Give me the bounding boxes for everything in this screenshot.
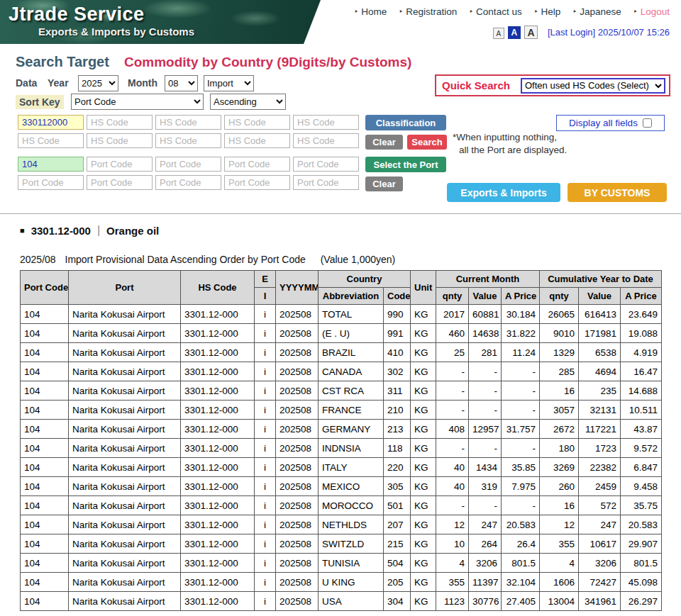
cell-cm-a-price: 31.757 <box>502 420 540 439</box>
cell-port-code: 104 <box>21 305 69 324</box>
cell-yyyymm: 202508 <box>276 592 319 611</box>
cell-hs-code: 3301.12-000 <box>181 458 255 477</box>
cell-cm-a-price: 31.822 <box>502 324 540 343</box>
cell-cm-a-price: 11.24 <box>502 343 540 362</box>
port-code-input[interactable] <box>293 157 359 172</box>
logo-title: Jtrade Service <box>9 4 321 25</box>
cell-port: Narita Kokusai Airport <box>69 496 181 515</box>
cell-cm-value: - <box>469 439 502 458</box>
cell-hs-code: 3301.12-000 <box>181 343 255 362</box>
font-size-medium-button[interactable]: A <box>508 26 521 39</box>
port-code-input[interactable] <box>293 175 359 190</box>
col-header-unit: Unit <box>411 271 436 305</box>
hs-code-input[interactable] <box>224 115 290 130</box>
col-header-country: Country <box>319 271 411 288</box>
bullet-icon: ‣ <box>469 9 473 16</box>
display-all-fields-label: Display all fields <box>569 118 638 128</box>
port-code-input[interactable] <box>18 157 84 172</box>
hs-code-input[interactable] <box>224 133 290 148</box>
port-code-input[interactable] <box>87 157 153 172</box>
cell-hs-code: 3301.12-000 <box>181 305 255 324</box>
year-select[interactable]: 2025 <box>78 75 118 91</box>
port-code-input[interactable] <box>224 157 290 172</box>
sort-order-select[interactable]: Ascending <box>210 94 286 110</box>
cell-ytd-qnty: 1606 <box>540 573 579 592</box>
quick-search-select[interactable]: Often used HS Codes (Select) <box>521 78 665 94</box>
col-header-cm-a-price: A Price <box>502 288 540 305</box>
port-code-row <box>18 157 359 172</box>
table-row: 104Narita Kokusai Airport3301.12-000i202… <box>21 420 662 439</box>
cell-port: Narita Kokusai Airport <box>69 439 181 458</box>
port-code-input[interactable] <box>18 175 84 190</box>
clear-hs-button[interactable]: Clear <box>365 135 403 150</box>
cell-port-code: 104 <box>21 496 69 515</box>
nav-home[interactable]: ‣Home <box>354 6 387 17</box>
results-table: Port Code Port HS Code E YYYYMM Country … <box>20 270 662 611</box>
cell-ytd-a-price: 26.297 <box>621 592 662 611</box>
nav-japanese[interactable]: ‣Japanese <box>572 6 621 17</box>
hs-code-row <box>18 115 359 130</box>
header: Jtrade Service Exports & Imports by Cust… <box>0 0 681 44</box>
cell-country-code: 118 <box>384 439 411 458</box>
select-the-port-button[interactable]: Select the Port <box>365 157 446 172</box>
cell-unit: KG <box>411 496 436 515</box>
nav-help[interactable]: ‣Help <box>534 6 561 17</box>
hs-code-input[interactable] <box>155 115 221 130</box>
cell-unit: KG <box>411 343 436 362</box>
cell-country-code: 504 <box>384 554 411 573</box>
cell-cm-value: 281 <box>469 343 502 362</box>
font-size-large-button[interactable]: A <box>524 26 538 39</box>
port-code-input[interactable] <box>155 175 221 190</box>
cell-unit: KG <box>411 305 436 324</box>
cell-hs-code: 3301.12-000 <box>181 554 255 573</box>
sort-field-select[interactable]: Port Code <box>71 94 204 110</box>
hs-code-input[interactable] <box>293 115 359 130</box>
cell-unit: KG <box>411 554 436 573</box>
page-title: Search Target <box>16 54 109 70</box>
cell-cm-value: - <box>469 496 502 515</box>
port-code-input[interactable] <box>224 175 290 190</box>
cell-unit: KG <box>411 477 436 496</box>
cell-yyyymm: 202508 <box>276 439 319 458</box>
cell-yyyymm: 202508 <box>276 515 319 534</box>
table-row: 104Narita Kokusai Airport3301.12-000i202… <box>21 362 662 381</box>
cell-hs-code: 3301.12-000 <box>181 534 255 554</box>
cell-port-code: 104 <box>21 534 69 554</box>
display-all-fields-checkbox[interactable] <box>643 118 652 128</box>
hs-code-input[interactable] <box>87 115 153 130</box>
hs-code-input[interactable] <box>293 133 359 148</box>
cell-hs-code: 3301.12-000 <box>181 592 255 611</box>
table-row: 104Narita Kokusai Airport3301.12-000i202… <box>21 305 662 324</box>
cell-cm-value: 14638 <box>469 324 502 343</box>
by-customs-button[interactable]: BY CUSTOMS <box>568 183 667 202</box>
cell-port: Narita Kokusai Airport <box>69 554 181 573</box>
exports-imports-button[interactable]: Exports & Imports <box>447 183 560 202</box>
cell-country-abbr: MEXICO <box>319 477 384 496</box>
port-code-row <box>18 175 359 190</box>
port-code-input[interactable] <box>87 175 153 190</box>
cell-ytd-qnty: 180 <box>540 439 579 458</box>
month-select[interactable]: 08 <box>165 75 198 91</box>
cell-cm-qnty: 40 <box>436 477 469 496</box>
hs-code-input[interactable] <box>18 133 84 148</box>
hs-code-input[interactable] <box>87 133 153 148</box>
cell-cm-qnty: 355 <box>436 573 469 592</box>
nav-logout[interactable]: ‣Logout <box>633 6 670 17</box>
nav-contact-us[interactable]: ‣Contact us <box>469 6 521 17</box>
hs-code-input[interactable] <box>18 115 84 130</box>
hs-code-row <box>18 133 359 148</box>
cell-hs-code: 3301.12-000 <box>181 496 255 515</box>
nav-registration[interactable]: ‣Registration <box>399 6 457 17</box>
port-code-input[interactable] <box>155 157 221 172</box>
font-size-small-button[interactable]: A <box>493 28 504 39</box>
trade-type-select[interactable]: Import <box>204 75 254 91</box>
classification-button[interactable]: Classification <box>365 115 446 130</box>
cell-port: Narita Kokusai Airport <box>69 458 181 477</box>
cell-country-abbr: TOTAL <box>319 305 384 324</box>
search-button[interactable]: Search <box>407 135 447 150</box>
cell-country-abbr: (E . U) <box>319 324 384 343</box>
cell-unit: KG <box>411 362 436 381</box>
hs-code-input[interactable] <box>155 133 221 148</box>
table-row: 104Narita Kokusai Airport3301.12-000i202… <box>21 401 662 420</box>
clear-port-button[interactable]: Clear <box>365 177 403 191</box>
